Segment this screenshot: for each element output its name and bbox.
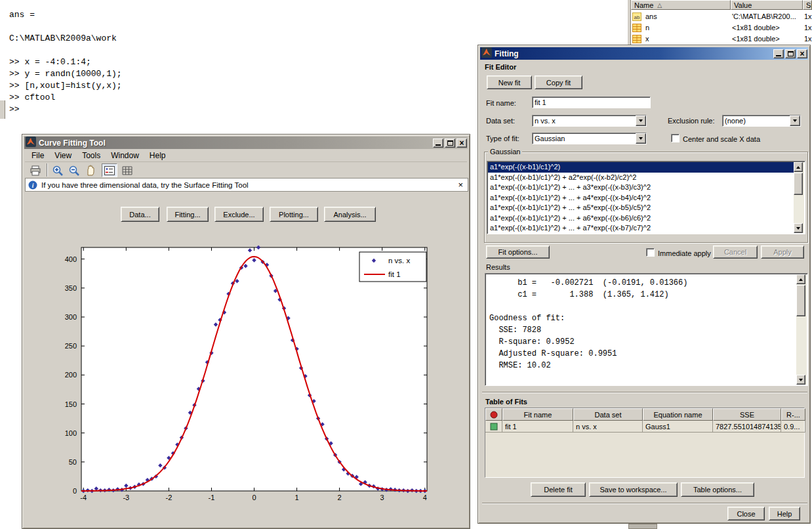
equation-item[interactable]: a1*exp(-((x-b1)/c1)^2) + ... + a6*exp(-(… xyxy=(488,213,794,224)
fitting-button[interactable]: Fitting... xyxy=(167,207,209,222)
minimize-button[interactable] xyxy=(433,138,443,148)
cancel-button[interactable]: Cancel xyxy=(713,245,758,259)
info-text: If you have three dimensional data, try … xyxy=(41,181,249,189)
equation-item[interactable]: a1*exp(-((x-b1)/c1)^2) + ... + a3*exp(-(… xyxy=(488,182,794,193)
toolbar-separator xyxy=(47,163,48,177)
equation-item[interactable]: a1*exp(-((x-b1)/c1)^2) + ... + a5*exp(-(… xyxy=(488,203,794,213)
fitting-titlebar[interactable]: Fitting × xyxy=(480,47,808,60)
column-header-data-set[interactable]: Data set xyxy=(573,408,643,421)
svg-text:3: 3 xyxy=(380,494,384,501)
plotting-button[interactable]: Plotting... xyxy=(270,207,318,222)
workspace-column-value[interactable]: Value xyxy=(731,0,803,10)
data-button[interactable]: Data... xyxy=(121,207,159,222)
minimize-button[interactable] xyxy=(773,49,784,58)
cft-titlebar[interactable]: Curve Fitting Tool × xyxy=(24,137,468,149)
scroll-up-button[interactable] xyxy=(796,274,805,284)
svg-text:200: 200 xyxy=(65,371,77,379)
variable-value: 'C:\MATLAB\R200... xyxy=(732,12,796,20)
cft-toolbar xyxy=(25,162,467,179)
save-to-workspace-button[interactable]: Save to workspace... xyxy=(589,482,678,497)
results-scrollbar[interactable] xyxy=(796,274,807,385)
plot-toggle-cell[interactable] xyxy=(485,421,502,433)
svg-text:300: 300 xyxy=(65,313,77,321)
copy-fit-button[interactable]: Copy fit xyxy=(535,75,582,89)
scroll-down-button[interactable] xyxy=(794,223,803,233)
variable-name: ans xyxy=(645,12,657,20)
scroll-thumb[interactable] xyxy=(796,285,805,316)
maximize-icon xyxy=(788,51,794,56)
workspace-column-size[interactable]: Siz xyxy=(803,0,812,10)
infobar-close-icon[interactable]: × xyxy=(458,180,463,189)
new-fit-button[interactable]: New fit xyxy=(487,75,532,89)
dropdown-button[interactable] xyxy=(636,133,646,144)
plot-column-header[interactable] xyxy=(485,408,502,421)
cell-fit-name: fit 1 xyxy=(502,421,573,433)
groupbox-label: Gaussian xyxy=(488,148,522,156)
equation-item[interactable]: a1*exp(-((x-b1)/c1)^2) + a2*exp(-((x-b2)… xyxy=(488,173,794,183)
delete-fit-button[interactable]: Delete fit xyxy=(531,482,586,497)
red-circle-icon xyxy=(490,411,498,419)
analysis-button[interactable]: Analysis... xyxy=(324,207,376,222)
equation-listbox[interactable]: a1*exp(-((x-b1)/c1)^2) a1*exp(-((x-b1)/c… xyxy=(487,161,805,234)
close-button[interactable]: × xyxy=(457,138,467,148)
close-button[interactable]: × xyxy=(797,49,807,58)
equation-item-selected[interactable]: a1*exp(-((x-b1)/c1)^2) xyxy=(488,162,794,173)
legend-toggle-icon[interactable] xyxy=(102,163,117,177)
column-header-sse[interactable]: SSE xyxy=(713,408,781,421)
plot-canvas[interactable]: -4-3-2-101234050100150200250300350400n v… xyxy=(55,242,468,512)
zoom-in-icon[interactable] xyxy=(50,163,66,177)
results-label: Results xyxy=(486,263,510,271)
equation-item[interactable]: a1*exp(-((x-b1)/c1)^2) + ... + a4*exp(-(… xyxy=(488,193,794,203)
grid-toggle-icon[interactable] xyxy=(119,163,135,177)
maximize-button[interactable] xyxy=(445,138,455,148)
fit-name-input[interactable] xyxy=(532,96,651,108)
results-box[interactable]: b1 = -0.002721 (-0.0191, 0.01366) c1 = 1… xyxy=(485,273,808,386)
cft-menubar: File View Tools Window Help xyxy=(25,150,467,162)
cell-equation: Gauss1 xyxy=(643,421,713,433)
dropdown-button[interactable] xyxy=(790,116,800,126)
menu-file[interactable]: File xyxy=(26,150,49,161)
zoom-out-icon[interactable] xyxy=(66,163,82,177)
pan-hand-icon[interactable] xyxy=(83,163,98,177)
maximize-icon xyxy=(447,140,453,146)
data-set-dropdown[interactable]: n vs. x xyxy=(532,115,647,127)
column-header-fit-name[interactable]: Fit name xyxy=(502,408,573,421)
column-header-rsquare[interactable]: R-... xyxy=(781,408,805,421)
help-button[interactable]: Help xyxy=(769,507,800,520)
exclusion-rule-label: Exclusion rule: xyxy=(668,117,715,125)
workspace-column-name[interactable]: Name △ xyxy=(631,0,731,10)
menu-view[interactable]: View xyxy=(49,150,77,161)
menu-tools[interactable]: Tools xyxy=(77,150,106,161)
print-icon[interactable] xyxy=(28,163,43,177)
menu-help[interactable]: Help xyxy=(144,150,171,161)
fit-options-button[interactable]: Fit options... xyxy=(486,245,550,259)
table-options-button[interactable]: Table options... xyxy=(681,482,754,497)
curve-fitting-tool-window: Curve Fitting Tool × File View Tools Win… xyxy=(22,134,470,529)
cft-infobar: i If you have three dimensional data, tr… xyxy=(25,178,468,192)
exclude-button[interactable]: Exclude... xyxy=(214,207,264,222)
apply-button[interactable]: Apply xyxy=(761,245,804,259)
center-scale-checkbox[interactable] xyxy=(671,134,680,142)
scroll-down-button[interactable] xyxy=(796,375,805,385)
svg-text:ab: ab xyxy=(634,14,640,20)
maximize-button[interactable] xyxy=(785,49,796,58)
command-window[interactable]: ans = C:\MATLAB\R2009a\work >> x = -4:0.… xyxy=(9,9,122,116)
sort-asc-icon: △ xyxy=(657,2,662,9)
matrix-variable-icon xyxy=(632,23,641,35)
scroll-up-button[interactable] xyxy=(794,162,803,172)
scroll-thumb[interactable] xyxy=(794,173,803,195)
listbox-scrollbar[interactable] xyxy=(794,162,804,233)
variable-name: x xyxy=(645,35,649,43)
exclusion-rule-dropdown[interactable]: (none) xyxy=(722,115,801,127)
immediate-apply-checkbox[interactable] xyxy=(646,248,655,257)
matlab-logo-icon xyxy=(26,137,36,149)
svg-text:fit 1: fit 1 xyxy=(388,270,401,278)
menu-window[interactable]: Window xyxy=(106,150,144,161)
close-dialog-button[interactable]: Close xyxy=(727,507,765,520)
dropdown-button[interactable] xyxy=(636,116,646,126)
equation-item[interactable]: a1*exp(-((x-b1)/c1)^2) + ... + a7*exp(-(… xyxy=(488,223,794,234)
workspace-panel: Name △ Value Siz ab ans 'C:\MATLAB\R200.… xyxy=(627,0,812,45)
cell-sse: 7827.551014874135 xyxy=(713,421,781,433)
column-header-equation[interactable]: Equation name xyxy=(643,408,713,421)
type-of-fit-dropdown[interactable]: Gaussian xyxy=(532,133,647,144)
